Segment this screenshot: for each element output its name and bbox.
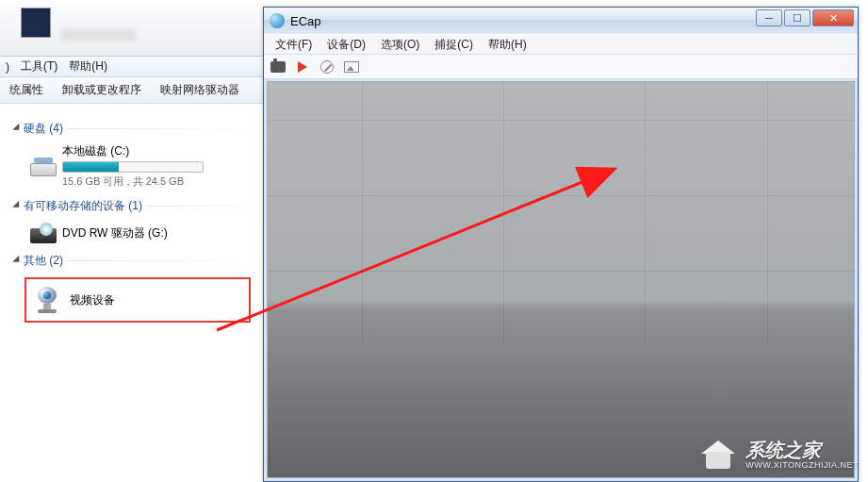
window-controls: ─ ☐ ✕ (754, 9, 854, 26)
watermark: 系统之家 WWW.XITONGZHIJIA.NET (698, 437, 859, 473)
section-other-title: 其他 (2) (24, 253, 63, 269)
image-icon (344, 61, 359, 73)
section-disks-header[interactable]: 硬盘 (4) (15, 119, 260, 138)
explorer-header (0, 0, 264, 57)
video-device-label: 视频设备 (70, 292, 115, 308)
section-other-header[interactable]: 其他 (2) (15, 251, 260, 270)
drive-usage-bar (62, 161, 204, 173)
separator (146, 206, 260, 207)
tool-props[interactable]: 统属性 (0, 82, 53, 98)
explorer-toolbar: 统属性 卸载或更改程序 映射网络驱动器 (0, 77, 264, 104)
ecap-menubar: 文件(F) 设备(D) 选项(O) 捕捉(C) 帮助(H) (264, 34, 858, 55)
watermark-main: 系统之家 (745, 440, 859, 459)
menu-capture[interactable]: 捕捉(C) (427, 37, 481, 53)
ecap-app-icon (270, 13, 285, 28)
menu-tools[interactable]: 工具(T) (15, 58, 63, 75)
camera-icon (270, 61, 286, 73)
tool-mapnet[interactable]: 映射网络驱动器 (151, 82, 249, 98)
drive-c[interactable]: 本地磁盘 (C:) 15.6 GB 可用 , 共 24.5 GB (30, 143, 260, 189)
explorer-menubar: ) 工具(T) 帮助(H) (0, 57, 264, 77)
section-removable-title: 有可移动存储的设备 (1) (24, 198, 142, 214)
stop-button[interactable] (319, 58, 336, 75)
separator (67, 128, 260, 129)
menu-view[interactable]: ) (0, 60, 15, 74)
section-removable-header[interactable]: 有可移动存储的设备 (1) (15, 196, 260, 215)
close-button[interactable]: ✕ (812, 9, 854, 26)
blurred-title (60, 28, 136, 42)
menu-help-ecap[interactable]: 帮助(H) (481, 37, 534, 53)
collapse-triangle-icon (12, 256, 23, 266)
drive-sub: 15.6 GB 可用 , 共 24.5 GB (62, 175, 204, 189)
stop-icon (320, 60, 334, 74)
snapshot-button[interactable] (270, 58, 287, 75)
explorer-body: 硬盘 (4) 本地磁盘 (C:) 15.6 GB 可用 , 共 24.5 GB … (0, 104, 264, 323)
section-removable: 有可移动存储的设备 (1) DVD RW 驱动器 (G:) (15, 196, 260, 243)
dvd-drive[interactable]: DVD RW 驱动器 (G:) (30, 223, 260, 243)
watermark-text: 系统之家 WWW.XITONGZHIJIA.NET (745, 440, 859, 470)
ecap-title-text: ECap (290, 14, 321, 28)
section-other: 其他 (2) 视频设备 (15, 251, 260, 323)
explorer-window: ) 工具(T) 帮助(H) 统属性 卸载或更改程序 映射网络驱动器 硬盘 (4)… (0, 0, 264, 482)
watermark-sub: WWW.XITONGZHIJIA.NET (745, 461, 859, 470)
separator (67, 260, 260, 261)
menu-file[interactable]: 文件(F) (268, 37, 319, 53)
tool-uninstall[interactable]: 卸载或更改程序 (53, 82, 151, 98)
minimize-button[interactable]: ─ (756, 9, 782, 26)
section-disks-title: 硬盘 (4) (24, 121, 63, 137)
camera-preview (267, 81, 855, 478)
video-device[interactable]: 视频设备 (25, 277, 251, 323)
dvd-name: DVD RW 驱动器 (G:) (62, 225, 168, 241)
hard-drive-icon (30, 156, 57, 176)
menu-device[interactable]: 设备(D) (319, 37, 373, 53)
watermark-logo-icon (698, 437, 738, 473)
drive-name: 本地磁盘 (C:) (62, 143, 204, 159)
menu-options[interactable]: 选项(O) (373, 37, 427, 53)
collapse-triangle-icon (12, 124, 23, 134)
ecap-titlebar[interactable]: ECap ─ ☐ ✕ (264, 8, 858, 34)
section-disks: 硬盘 (4) 本地磁盘 (C:) 15.6 GB 可用 , 共 24.5 GB (15, 119, 260, 189)
menu-help[interactable]: 帮助(H) (63, 58, 113, 75)
window-icon (21, 8, 51, 38)
ecap-window: ECap ─ ☐ ✕ 文件(F) 设备(D) 选项(O) 捕捉(C) 帮助(H) (263, 7, 859, 482)
record-icon (298, 61, 307, 73)
record-button[interactable] (294, 58, 311, 75)
maximize-button[interactable]: ☐ (784, 9, 811, 26)
webcam-icon (32, 287, 62, 313)
dvd-drive-icon (30, 223, 57, 243)
ecap-toolbar (264, 55, 858, 79)
collapse-triangle-icon (12, 201, 23, 211)
gallery-button[interactable] (343, 58, 360, 75)
drive-meta: 本地磁盘 (C:) 15.6 GB 可用 , 共 24.5 GB (62, 143, 204, 189)
